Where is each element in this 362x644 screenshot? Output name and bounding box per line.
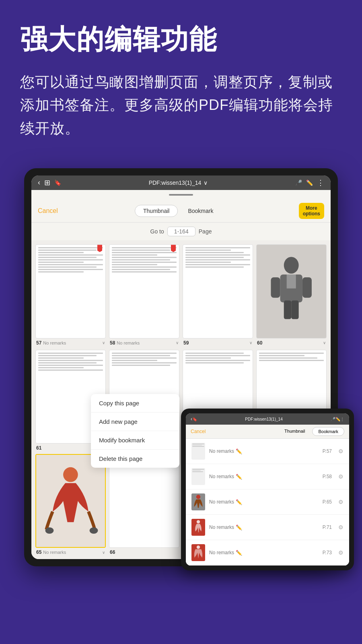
thumb-66[interactable]: 66 [109, 454, 179, 555]
svg-point-7 [63, 467, 78, 482]
more-icon[interactable]: ⋮ [317, 178, 324, 187]
tab-group: Thumbnail Bookmark [135, 205, 222, 217]
goto-label: Go to [150, 228, 164, 235]
status-bar: ‹ ⊞ 🔖 PDF:wissen13(1)_14 ∨ 🎤 ✏️ ⋮ [31, 175, 331, 190]
bookmark-58-gear[interactable]: ⚙ [338, 473, 343, 480]
drag-handle [169, 194, 193, 196]
bookmark-71-remark: No remarks ✏️ [209, 524, 319, 530]
overlay-cancel[interactable]: Cancel [191, 429, 206, 434]
thumb-60-label: 60 ∨ [256, 340, 327, 346]
page-57-thumb [35, 244, 106, 338]
status-bar-right: 🎤 ✏️ ⋮ [295, 178, 324, 187]
svg-rect-4 [284, 301, 291, 319]
svg-point-11 [197, 520, 200, 523]
bookmark-thumb-58 [191, 468, 205, 485]
svg-point-12 [197, 545, 200, 549]
bookmark-57-remark: No remarks ✏️ [209, 448, 319, 454]
bookmark-73-gear[interactable]: ⚙ [338, 549, 343, 556]
overlay-screen: ‹ 🔖 PDF:wissen13(1)_14 🎤 ✏️ ⋮ Cancel Thu… [186, 413, 349, 566]
overlay-tabs: Thumbnail Bookmark [279, 427, 344, 436]
svg-rect-6 [287, 275, 296, 289]
grid-icon[interactable]: ⊞ [44, 178, 50, 187]
bookmark-item-65[interactable]: No remarks ✏️ P.65 ⚙ [186, 489, 349, 515]
svg-point-0 [284, 257, 299, 274]
svg-point-8 [45, 527, 54, 534]
hero-description: 您可以通过鸟瞰图增删页面，调整页序，复制或添加书签备注。更多高级的PDF编辑功能… [20, 70, 342, 140]
mic-icon[interactable]: 🎤 [295, 180, 302, 186]
context-menu: Copy this page Add new page Modify bookm… [91, 394, 179, 468]
thumb-58[interactable]: 58 No remarks ∨ [109, 244, 179, 345]
svg-point-9 [90, 527, 98, 534]
add-new-page-item[interactable]: Add new page [91, 413, 179, 431]
thumbnail-row-1: 57 No remarks ∨ [31, 240, 331, 349]
svg-point-10 [196, 495, 201, 499]
bookmark-57-gear[interactable]: ⚙ [338, 448, 343, 454]
bookmark-item-73[interactable]: No remarks ✏️ P.73 ⚙ [186, 540, 349, 566]
page-65-dancer [43, 464, 98, 538]
overlay-status-bar: ‹ 🔖 PDF:wissen13(1)_14 🎤 ✏️ ⋮ [186, 413, 349, 425]
bookmark-item-57[interactable]: No remarks ✏️ P.57 ⚙ [186, 439, 349, 464]
cancel-button[interactable]: Cancel [38, 207, 58, 215]
status-bar-left: ‹ ⊞ 🔖 [38, 178, 61, 187]
pdf-title: PDF:wissen13(1)_14 [149, 180, 202, 186]
thumb-65-label: 65 No remarks ∨ [35, 549, 106, 555]
overlay-bookmark-tab[interactable]: Bookmark [312, 427, 344, 436]
bookmark-71-gear[interactable]: ⚙ [338, 524, 343, 530]
bookmark-item-71[interactable]: No remarks ✏️ P.71 ⚙ [186, 515, 349, 540]
title-bar: PDF:wissen13(1)_14 ∨ [149, 180, 208, 186]
pdf-toolbar: Cancel Thumbnail Bookmark More options [31, 200, 331, 223]
overlay-mic[interactable]: 🎤 [331, 417, 335, 421]
bookmark-73-page: P.73 [323, 550, 332, 555]
bookmark-thumb-71 [191, 519, 205, 536]
page-58-thumb [109, 244, 179, 338]
bookmark-tab[interactable]: Bookmark [179, 205, 222, 217]
page-60-image [263, 254, 319, 328]
thumb-58-label: 58 No remarks ∨ [109, 340, 179, 346]
bookmark-icon[interactable]: 🔖 [54, 180, 61, 186]
bookmark-list: No remarks ✏️ P.57 ⚙ [186, 439, 349, 566]
page-59-thumb [183, 244, 253, 338]
svg-rect-3 [302, 277, 312, 298]
overlay-title: PDF:wissen13(1)_14 [197, 417, 331, 421]
overlay-toolbar: Cancel Thumbnail Bookmark [186, 425, 349, 439]
overlay-tablet: ‹ 🔖 PDF:wissen13(1)_14 🎤 ✏️ ⋮ Cancel Thu… [181, 409, 354, 570]
hero-section: 强大的编辑功能 您可以通过鸟瞰图增删页面，调整页序，复制或添加书签备注。更多高级… [0, 0, 362, 156]
delete-page-item[interactable]: Delete this page [91, 450, 179, 468]
bookmark-item-58[interactable]: No remarks ✏️ P.58 ⚙ [186, 464, 349, 489]
thumb-59-label: 59 ∨ [183, 340, 253, 346]
svg-rect-5 [291, 301, 298, 319]
bookmark-65-page: P.65 [323, 499, 332, 505]
copy-page-item[interactable]: Copy this page [91, 394, 179, 413]
page-label: Page [199, 228, 212, 235]
overlay-pen[interactable]: ✏️ [335, 417, 340, 421]
bookmark-73-remark: No remarks ✏️ [209, 550, 319, 556]
more-options-button[interactable]: More options [299, 203, 324, 219]
bookmark-65-gear[interactable]: ⚙ [338, 499, 343, 505]
bookmark-71-page: P.71 [323, 524, 332, 530]
pen-icon[interactable]: ✏️ [306, 180, 313, 186]
thumb-57[interactable]: 57 No remarks ∨ [35, 244, 106, 345]
back-icon[interactable]: ‹ [38, 178, 40, 187]
bookmark-thumb-73 [191, 544, 205, 561]
overlay-thumbnail-tab[interactable]: Thumbnail [279, 427, 311, 436]
hero-title: 强大的编辑功能 [20, 24, 342, 54]
overlay-more[interactable]: ⋮ [340, 417, 344, 421]
bookmark-58-remark: No remarks ✏️ [209, 474, 319, 480]
bookmark-flag-57 [97, 245, 102, 252]
page-number-input[interactable] [167, 227, 195, 236]
thumb-66-label: 66 [109, 549, 179, 555]
device-container: ‹ ⊞ 🔖 PDF:wissen13(1)_14 ∨ 🎤 ✏️ ⋮ [0, 156, 362, 567]
thumb-60[interactable]: 60 ∨ [256, 244, 327, 345]
thumbnail-tab[interactable]: Thumbnail [135, 205, 178, 217]
bookmark-57-page: P.57 [323, 448, 332, 454]
modify-bookmark-item[interactable]: Modify bookmark [91, 431, 179, 450]
bookmark-thumb-57 [191, 443, 205, 460]
thumb-57-label: 57 No remarks ∨ [35, 340, 106, 346]
bookmark-thumb-65 [191, 493, 205, 510]
overlay-bookmark-icon[interactable]: 🔖 [192, 417, 197, 421]
bookmark-flag-58 [171, 245, 176, 252]
page-66-thumb [109, 454, 179, 548]
thumb-65[interactable]: 65 No remarks ∨ [35, 454, 106, 555]
bookmark-58-page: P.58 [323, 474, 332, 479]
thumb-59[interactable]: 59 ∨ [183, 244, 253, 345]
